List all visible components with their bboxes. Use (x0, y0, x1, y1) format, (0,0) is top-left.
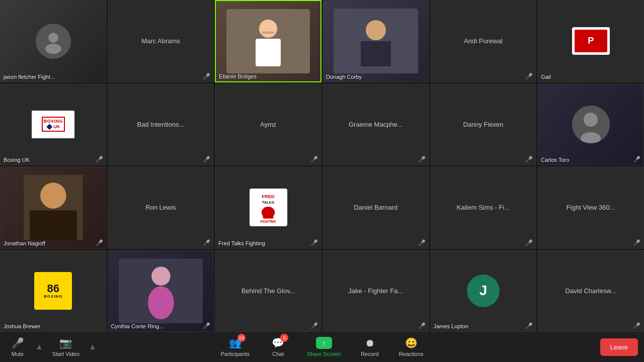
reactions-label: Reactions (399, 351, 424, 357)
name-behind: Behind The Glov... (237, 283, 299, 299)
svg-point-11 (40, 183, 66, 209)
tile-name-joshua: Joshua Brewer (4, 323, 40, 329)
tile-ron-lewis[interactable]: Ron Lewis 🎤 (108, 166, 214, 249)
tile-carlos-toro[interactable]: Carlos Toro 🎤 (537, 83, 644, 166)
tile-cynthia[interactable]: Cynthia Conte Ring... 🎤 (108, 250, 214, 332)
tile-boxing-uk[interactable]: BOXING UK Boxing UK 🎤 (0, 83, 107, 166)
share-screen-label: Share Screen (307, 351, 341, 357)
mute-icon-james: 🎤 (525, 322, 533, 329)
gail-logo: P (572, 27, 610, 55)
tile-name-james: James Lupton (434, 323, 468, 329)
share-screen-button[interactable]: ↑ Share Screen (298, 334, 350, 360)
start-video-button[interactable]: 📷 Start Video (43, 334, 89, 360)
tile-marc-abrams[interactable]: Marc Abrams 🎤 (108, 0, 214, 82)
participants-badge: 24 (237, 334, 246, 342)
mute-icon-danny: 🎤 (525, 156, 533, 163)
name-aymz: Aymz (256, 117, 280, 132)
tile-aymz[interactable]: Aymz 🎤 (215, 83, 321, 166)
svg-text:FIGHTING: FIGHTING (260, 220, 276, 223)
mute-icon-david: 🎤 (633, 322, 640, 329)
mute-icon-jonathan: 🎤 (96, 239, 103, 246)
tile-name-jason: jason fletcher Fight... (4, 74, 55, 80)
tile-david-charlesw[interactable]: David Charlesw... 🎤 (537, 250, 644, 332)
mute-icon-fred: 🎤 (310, 239, 318, 246)
name-ron: Ron Lewis (141, 200, 180, 215)
mute-icon-boxing-uk: 🎤 (96, 156, 103, 163)
tile-james-lupton[interactable]: J James Lupton 🎤 (430, 250, 537, 332)
video-chevron[interactable]: ▲ (89, 342, 97, 351)
svg-rect-17 (263, 215, 274, 219)
record-button[interactable]: ⏺ Record (352, 334, 387, 360)
tile-jonathan[interactable]: Jonathan Nagioff 🎤 (0, 166, 107, 249)
mute-icon-fight-view: 🎤 (633, 239, 640, 246)
mute-icon-kailem: 🎤 (525, 239, 533, 246)
tile-daniel-barnard[interactable]: Daniel Barnard 🎤 (323, 166, 429, 249)
record-icon: ⏺ (365, 337, 375, 349)
svg-point-21 (148, 286, 174, 319)
svg-rect-12 (30, 211, 77, 240)
tile-name-carlos: Carlos Toro (541, 157, 569, 163)
share-screen-icon: ↑ (316, 337, 332, 349)
tile-behind-glov[interactable]: Behind The Glov... 🎤 (215, 250, 321, 332)
mute-icon-ron: 🎤 (203, 239, 210, 246)
tile-graeme[interactable]: Graeme Macphe... 🎤 (323, 83, 429, 166)
tile-jason-fletcher[interactable]: jason fletcher Fight... (0, 0, 107, 82)
mute-icon-daniel: 🎤 (418, 239, 426, 246)
svg-text:FRED: FRED (262, 194, 275, 199)
mute-icon-bad: 🎤 (203, 156, 210, 163)
chat-badge: 6 (280, 334, 288, 342)
chat-label: Chat (272, 351, 284, 357)
svg-point-2 (259, 20, 277, 38)
tile-donagh-corby[interactable]: Donagh Corby (323, 0, 429, 82)
mute-icon-graeme: 🎤 (418, 156, 426, 163)
tile-name-jonathan: Jonathan Nagioff (4, 240, 45, 246)
tile-name-gail: Gail (541, 74, 551, 80)
fred-talks-logo: FRED TALKS FIGHTING (250, 189, 287, 226)
svg-point-5 (366, 20, 386, 40)
tile-kailem-sims[interactable]: Kailem Sims - Fi... 🎤 (430, 166, 537, 249)
svg-point-0 (48, 33, 58, 43)
participants-button[interactable]: 👥 24 Participants (211, 334, 258, 360)
tile-name-cynthia: Cynthia Conte Ring... (111, 323, 164, 329)
tile-andi-purewal[interactable]: Andi Purewal 🎤 (430, 0, 537, 82)
name-bad-intentions: Bad Intentions... (133, 117, 189, 132)
name-fight-view: Fight View 360... (562, 200, 619, 215)
tile-joshua-brewer[interactable]: 86 BOXING Joshua Brewer (0, 250, 107, 332)
reactions-icon: 😀 (405, 337, 418, 349)
participants-label: Participants (220, 351, 249, 357)
name-danny: Danny Flexen (459, 117, 507, 132)
svg-point-20 (151, 266, 171, 286)
tile-fight-view-360[interactable]: Fight View 360... 🎤 (537, 166, 644, 249)
tile-name-boxing-uk: Boxing UK (4, 157, 30, 163)
tile-ebanie-bridges[interactable]: blonde Ebanie Bridges (215, 0, 321, 82)
lupton-avatar-letter: J (479, 283, 488, 299)
chat-button[interactable]: 💬 6 Chat (261, 334, 296, 360)
tile-gail[interactable]: P Gail (537, 0, 644, 82)
start-video-label: Start Video (52, 351, 79, 357)
video-grid: jason fletcher Fight... Marc Abrams 🎤 bl… (0, 0, 644, 332)
svg-rect-3 (256, 39, 281, 66)
reactions-button[interactable]: 😀 Reactions (390, 334, 433, 360)
mute-icon-carlos: 🎤 (633, 156, 640, 163)
tile-jake-fighter[interactable]: Jake - Fighter Fa... 🎤 (323, 250, 429, 332)
tile-bad-intentions[interactable]: Bad Intentions... 🎤 (108, 83, 214, 166)
name-jake: Jake - Fighter Fa... (344, 283, 407, 299)
mute-chevron[interactable]: ▲ (35, 342, 43, 351)
svg-point-8 (584, 113, 598, 127)
boxing-uk-logo: BOXING UK (32, 111, 74, 138)
mute-icon-marc: 🎤 (203, 73, 210, 80)
name-daniel: Daniel Barnard (350, 200, 401, 215)
svg-point-1 (45, 44, 61, 54)
name-david: David Charlesw... (561, 283, 620, 299)
tile-name-ebanie: Ebanie Bridges (219, 73, 257, 79)
record-label: Record (361, 351, 378, 357)
mute-icon-cynthia: 🎤 (203, 322, 210, 329)
leave-button[interactable]: Leave (600, 338, 638, 356)
name-kailem: Kailem Sims - Fi... (453, 200, 514, 215)
mute-icon-aymz: 🎤 (310, 156, 318, 163)
tile-fred-talks[interactable]: FRED TALKS FIGHTING Fred Talks Fighting … (215, 166, 321, 249)
toolbar: 🎤 Mute ▲ 📷 Start Video ▲ 👥 24 Participan… (0, 332, 644, 362)
mute-icon-andi: 🎤 (525, 73, 533, 80)
mute-button[interactable]: 🎤 Mute (0, 334, 35, 360)
tile-danny-flexen[interactable]: Danny Flexen 🎤 (430, 83, 537, 166)
